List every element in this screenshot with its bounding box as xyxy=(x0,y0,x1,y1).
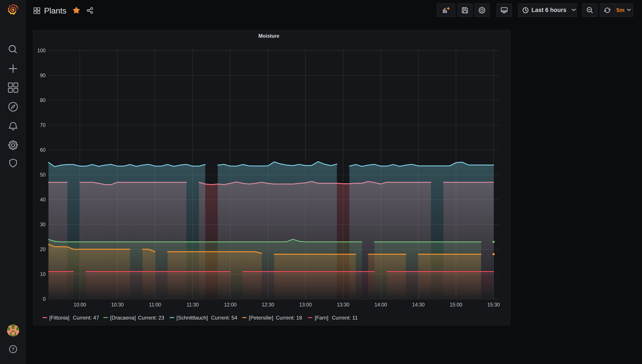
svg-text:[Petersilie]: [Petersilie] xyxy=(249,315,273,321)
svg-text:Current: 47: Current: 47 xyxy=(73,315,99,321)
svg-text:15:30: 15:30 xyxy=(487,302,500,308)
svg-text:12:30: 12:30 xyxy=(262,302,274,308)
svg-text:11:30: 11:30 xyxy=(187,302,199,308)
svg-text:15:00: 15:00 xyxy=(450,302,462,308)
svg-text:Current: 11: Current: 11 xyxy=(332,315,358,321)
svg-text:Current: 23: Current: 23 xyxy=(138,315,164,321)
svg-text:60: 60 xyxy=(40,147,46,153)
svg-text:14:30: 14:30 xyxy=(412,302,425,308)
svg-text:13:30: 13:30 xyxy=(337,302,350,308)
svg-text:11:00: 11:00 xyxy=(149,302,161,308)
svg-text:50: 50 xyxy=(40,172,46,178)
svg-text:13:00: 13:00 xyxy=(299,302,312,308)
svg-text:30: 30 xyxy=(40,222,46,227)
svg-text:20: 20 xyxy=(40,246,46,252)
svg-text:14:00: 14:00 xyxy=(374,302,387,308)
svg-text:70: 70 xyxy=(40,122,46,128)
svg-text:10:00: 10:00 xyxy=(74,302,86,308)
svg-text:Current: 54: Current: 54 xyxy=(211,315,237,321)
svg-text:40: 40 xyxy=(40,197,46,202)
svg-text:90: 90 xyxy=(40,72,46,78)
svg-text:12:00: 12:00 xyxy=(224,302,237,308)
svg-text:Moisture: Moisture xyxy=(258,33,279,39)
svg-text:10: 10 xyxy=(40,271,46,277)
svg-text:[Fittonia]: [Fittonia] xyxy=(49,315,69,321)
svg-text:Current: 18: Current: 18 xyxy=(276,315,302,321)
svg-text:[Schnittlauch]: [Schnittlauch] xyxy=(176,315,208,321)
svg-text:80: 80 xyxy=(40,98,46,103)
svg-text:0: 0 xyxy=(43,296,46,302)
svg-text:[Farn]: [Farn] xyxy=(315,315,328,321)
svg-text:10:30: 10:30 xyxy=(111,302,124,308)
svg-text:[Dracaena]: [Dracaena] xyxy=(110,315,136,321)
svg-text:100: 100 xyxy=(37,48,46,54)
